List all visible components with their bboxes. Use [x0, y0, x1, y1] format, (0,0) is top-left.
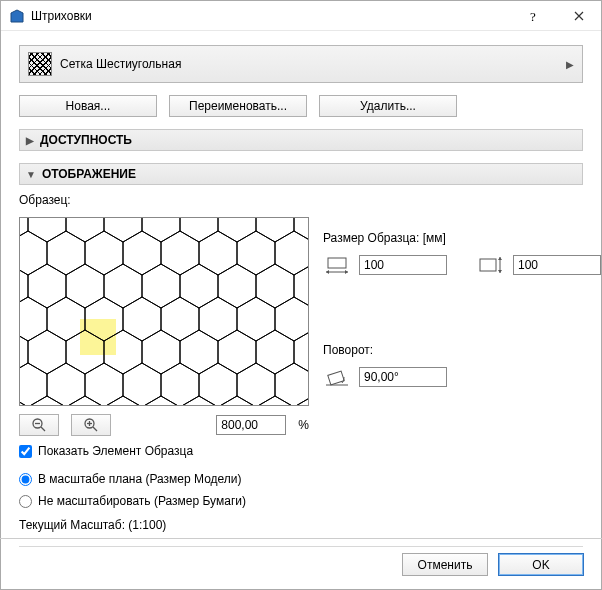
width-icon [323, 255, 351, 275]
rotation-icon [323, 367, 351, 387]
zoom-out-button[interactable] [19, 414, 59, 436]
chevron-down-icon: ▼ [26, 169, 36, 180]
fill-swatch-icon [28, 52, 52, 76]
app-icon [9, 8, 25, 24]
show-sample-element-checkbox[interactable] [19, 445, 32, 458]
svg-rect-13 [328, 371, 344, 385]
svg-line-6 [93, 427, 97, 431]
svg-line-3 [41, 427, 45, 431]
scale-plan-radio[interactable] [19, 473, 32, 486]
delete-button[interactable]: Удалить... [319, 95, 457, 117]
rename-button[interactable]: Переименовать... [169, 95, 307, 117]
cancel-button[interactable]: Отменить [402, 553, 488, 576]
sample-height-input[interactable] [513, 255, 601, 275]
chevron-right-icon: ▶ [566, 59, 574, 70]
no-scale-label: Не масштабировать (Размер Бумаги) [38, 494, 246, 508]
zoom-percent-label: % [298, 418, 309, 432]
fill-preview [19, 217, 309, 406]
fill-type-selector[interactable]: Сетка Шестиугольная ▶ [19, 45, 583, 83]
ok-button[interactable]: OK [498, 553, 584, 576]
zoom-in-button[interactable] [71, 414, 111, 436]
rotation-input[interactable] [359, 367, 447, 387]
section-display[interactable]: ▼ ОТОБРАЖЕНИЕ [19, 163, 583, 185]
titlebar: Штриховки ? [1, 1, 601, 31]
height-icon [477, 255, 505, 275]
help-button[interactable]: ? [511, 1, 556, 31]
preview-label: Образец: [19, 193, 583, 207]
svg-rect-11 [480, 259, 496, 271]
sample-size-label: Размер Образца: [мм] [323, 231, 601, 245]
svg-text:?: ? [530, 9, 536, 23]
dialog-footer: Отменить OK [0, 538, 602, 590]
window-title: Штриховки [31, 9, 511, 23]
section-display-label: ОТОБРАЖЕНИЕ [42, 167, 136, 181]
section-availability[interactable]: ▶ ДОСТУПНОСТЬ [19, 129, 583, 151]
sample-width-input[interactable] [359, 255, 447, 275]
scale-plan-label: В масштабе плана (Размер Модели) [38, 472, 242, 486]
chevron-right-icon: ▶ [26, 135, 34, 146]
close-button[interactable] [556, 1, 601, 31]
svg-rect-9 [328, 258, 346, 268]
no-scale-radio[interactable] [19, 495, 32, 508]
show-sample-element-label: Показать Элемент Образца [38, 444, 193, 458]
rotation-label: Поворот: [323, 343, 601, 357]
current-scale-note: Текущий Масштаб: (1:100) [19, 518, 583, 532]
zoom-input[interactable] [216, 415, 286, 435]
new-button[interactable]: Новая... [19, 95, 157, 117]
fill-name: Сетка Шестиугольная [60, 57, 181, 71]
section-availability-label: ДОСТУПНОСТЬ [40, 133, 132, 147]
